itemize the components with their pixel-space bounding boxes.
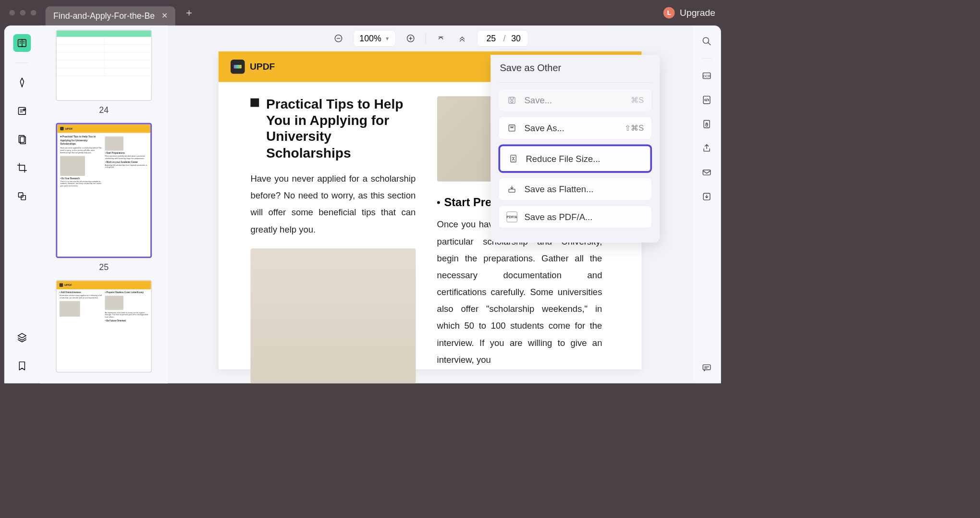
layers-button[interactable] bbox=[13, 329, 31, 346]
zoom-out-button[interactable] bbox=[332, 32, 345, 45]
ocr-button[interactable]: OCR bbox=[699, 69, 714, 83]
save-as-label: Save As... bbox=[525, 123, 617, 133]
document-viewport: 100% ▼ 25 / 30 bbox=[168, 25, 692, 383]
brand-logo-icon bbox=[231, 60, 245, 74]
doc-intro: Have you never applied for a scholarship… bbox=[251, 170, 416, 238]
upgrade-label: Upgrade bbox=[680, 7, 715, 18]
divider bbox=[16, 62, 29, 63]
tools-button[interactable] bbox=[13, 187, 31, 205]
zoom-in-button[interactable] bbox=[404, 32, 417, 45]
zoom-value: 100% bbox=[359, 34, 381, 44]
minimize-window-button[interactable] bbox=[20, 10, 25, 16]
svg-rect-5 bbox=[21, 196, 25, 200]
svg-rect-19 bbox=[706, 124, 707, 126]
reduce-label: Reduce File Size... bbox=[526, 153, 642, 163]
title-bar: Find-and-Apply-For-the-Be ✕ ＋ L Upgrade bbox=[0, 0, 725, 25]
doc-image-student-thinking bbox=[251, 248, 416, 383]
close-window-button[interactable] bbox=[9, 10, 15, 16]
brand-name: UPDF bbox=[250, 61, 275, 72]
save-as-flatten-item[interactable]: Save as Flatten... bbox=[498, 178, 652, 200]
left-tool-rail bbox=[4, 25, 40, 383]
divider bbox=[701, 58, 712, 59]
maximize-window-button[interactable] bbox=[31, 10, 37, 16]
save-item[interactable]: Save... ⌘S bbox=[498, 89, 652, 111]
close-tab-icon[interactable]: ✕ bbox=[161, 12, 168, 21]
account-chip[interactable]: L Upgrade bbox=[653, 7, 725, 19]
thumbnail-panel[interactable]: 24 UPDF ■ Practical Tips to Help You in … bbox=[40, 25, 168, 383]
thumbnail-26[interactable]: UPDF • Add Distinctiveness Universities … bbox=[50, 280, 158, 372]
view-toolbar: 100% ▼ 25 / 30 bbox=[168, 25, 692, 51]
svg-rect-11 bbox=[509, 125, 515, 131]
svg-rect-12 bbox=[511, 155, 516, 162]
first-page-button[interactable] bbox=[435, 32, 448, 45]
export-button[interactable] bbox=[699, 189, 714, 204]
compress-icon bbox=[508, 153, 518, 164]
svg-text:OCR: OCR bbox=[703, 74, 710, 78]
doc-main-title: Practical Tips to Help You in Applying f… bbox=[266, 96, 416, 161]
prev-page-button[interactable] bbox=[456, 32, 469, 45]
pdfa-label: Save as PDF/A... bbox=[525, 212, 644, 222]
save-shortcut: ⌘S bbox=[631, 96, 644, 105]
panel-title: Save as Other bbox=[498, 62, 652, 74]
convert-button[interactable] bbox=[699, 93, 714, 107]
pdfa-icon: PDF/A bbox=[507, 211, 517, 222]
svg-rect-22 bbox=[703, 365, 710, 370]
page-separator: / bbox=[503, 34, 505, 44]
thumbnail-24[interactable]: 24 bbox=[50, 30, 158, 115]
edit-button[interactable] bbox=[13, 102, 31, 120]
flatten-icon bbox=[507, 184, 517, 195]
thumb-page-number: 24 bbox=[99, 105, 109, 115]
save-icon bbox=[507, 95, 517, 106]
chevron-down-icon: ▼ bbox=[385, 36, 390, 41]
avatar: L bbox=[663, 7, 675, 19]
save-as-shortcut: ⇧⌘S bbox=[625, 123, 644, 133]
reader-mode-button[interactable] bbox=[13, 34, 31, 52]
save-label: Save... bbox=[525, 95, 624, 105]
divider bbox=[498, 82, 652, 83]
annotate-button[interactable] bbox=[13, 74, 31, 91]
zoom-select[interactable]: 100% ▼ bbox=[354, 30, 396, 47]
svg-rect-4 bbox=[18, 193, 23, 197]
search-button[interactable] bbox=[699, 34, 714, 49]
svg-rect-20 bbox=[703, 170, 710, 175]
crop-button[interactable] bbox=[13, 159, 31, 177]
save-as-item[interactable]: Save As... ⇧⌘S bbox=[498, 117, 652, 139]
total-pages: 30 bbox=[511, 34, 521, 44]
thumbnail-25[interactable]: UPDF ■ Practical Tips to Help You in App… bbox=[50, 123, 158, 272]
share-button[interactable] bbox=[699, 141, 714, 156]
bullet-icon bbox=[437, 201, 440, 204]
email-button[interactable] bbox=[699, 165, 714, 180]
svg-rect-13 bbox=[509, 189, 515, 192]
protect-button[interactable] bbox=[699, 117, 714, 131]
svg-rect-1 bbox=[18, 107, 25, 114]
divider bbox=[426, 33, 426, 44]
bookmark-button[interactable] bbox=[13, 357, 31, 375]
save-as-pdfa-item[interactable]: PDF/A Save as PDF/A... bbox=[498, 206, 652, 228]
window-controls bbox=[0, 10, 46, 16]
thumb-page-number: 25 bbox=[99, 262, 109, 272]
add-tab-button[interactable]: ＋ bbox=[184, 6, 194, 20]
svg-point-10 bbox=[511, 100, 513, 103]
title-bullet-icon bbox=[251, 98, 259, 107]
save-as-other-panel: Save as Other Save... ⌘S Save As... ⇧⌘S … bbox=[490, 55, 660, 243]
reduce-file-size-item[interactable]: Reduce File Size... bbox=[498, 144, 652, 173]
current-page: 25 bbox=[485, 34, 498, 44]
comments-button[interactable] bbox=[699, 360, 714, 375]
tab-title: Find-and-Apply-For-the-Be bbox=[53, 11, 155, 21]
flatten-label: Save as Flatten... bbox=[525, 184, 644, 194]
right-tool-rail: OCR bbox=[693, 25, 721, 383]
page-indicator[interactable]: 25 / 30 bbox=[477, 30, 528, 47]
organize-pages-button[interactable] bbox=[13, 131, 31, 148]
save-as-icon bbox=[507, 123, 517, 133]
document-tab[interactable]: Find-and-Apply-For-the-Be ✕ bbox=[46, 6, 175, 25]
svg-rect-9 bbox=[510, 97, 513, 99]
